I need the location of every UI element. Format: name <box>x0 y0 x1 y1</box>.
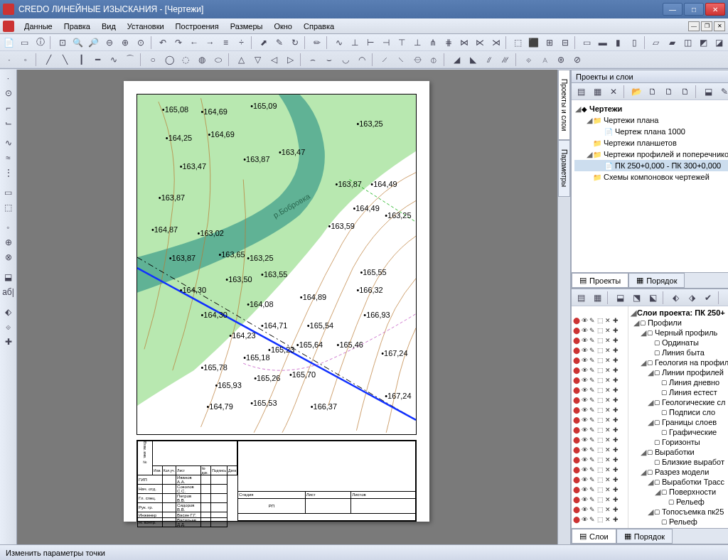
layer-flag[interactable]: ⬤ <box>573 316 580 325</box>
layer-flag[interactable]: 👁 <box>581 495 588 504</box>
layer-flag[interactable]: ✕ <box>604 356 611 365</box>
layer-flag[interactable]: ✎ <box>589 406 596 414</box>
layer-flag[interactable]: ⬤ <box>573 475 580 484</box>
layers-flags[interactable]: ⬤👁✎⬚✕✚⬤👁✎⬚✕✚⬤👁✎⬚✕✚⬤👁✎⬚✕✚⬤👁✎⬚✕✚⬤👁✎⬚✕✚⬤👁✎⬚… <box>572 306 628 528</box>
tool-━[interactable]: ━ <box>90 53 105 67</box>
layer-flag[interactable]: 👁 <box>581 346 588 355</box>
layer-flag[interactable]: ✚ <box>612 485 619 494</box>
layer-flag[interactable]: ⬚ <box>596 495 604 504</box>
tool-⬓[interactable]: ⬓ <box>612 291 628 305</box>
layer-flag[interactable]: ⬚ <box>596 376 604 384</box>
layer-flag[interactable]: 👁 <box>581 326 588 335</box>
ltool-⬓[interactable]: ⬓ <box>1 270 16 284</box>
layer-item[interactable]: ◢▢Геология на профиле <box>630 357 728 367</box>
tool-✕[interactable]: ✕ <box>606 85 621 99</box>
tool-▭[interactable]: ▭ <box>579 36 594 50</box>
layer-flag[interactable]: ✎ <box>589 515 596 524</box>
tool-⬭[interactable]: ⬭ <box>210 53 226 67</box>
mdi-restore[interactable]: ❐ <box>701 21 712 31</box>
mdi-close[interactable]: ✕ <box>714 21 725 31</box>
tool-⬛[interactable]: ⬛ <box>526 36 541 50</box>
tool-┃[interactable]: ┃ <box>73 53 89 67</box>
drawing-canvas[interactable]: р.Бобровка <box>17 70 557 544</box>
layer-flag[interactable]: 👁 <box>581 465 588 474</box>
layer-flag[interactable]: ✎ <box>589 426 596 434</box>
layer-item[interactable]: ◢▢Выработки <box>630 447 728 457</box>
tool-⬖[interactable]: ⬖ <box>668 291 683 305</box>
menu-установки[interactable]: Установки <box>122 21 170 32</box>
layer-flag[interactable]: ⬤ <box>573 495 580 504</box>
layer-flag[interactable]: ✚ <box>612 465 619 474</box>
ltool-аб|[interactable]: аб| <box>1 285 16 299</box>
layer-item[interactable]: ◢▢Геологические сл <box>630 397 728 407</box>
tree-item[interactable]: ◢◆Чертежи <box>574 103 728 114</box>
layer-flag[interactable]: 👁 <box>581 446 588 454</box>
layer-flag[interactable]: ⬤ <box>573 515 580 524</box>
maximize-button[interactable]: □ <box>684 3 704 16</box>
tool-▯[interactable]: ▯ <box>626 36 641 50</box>
layer-flag[interactable]: ✚ <box>612 396 619 404</box>
tool-⋔[interactable]: ⋔ <box>426 36 441 50</box>
layer-flag[interactable]: ✚ <box>612 386 619 394</box>
layer-flag[interactable]: ⬤ <box>573 346 580 355</box>
layer-flag[interactable]: ⬤ <box>573 376 580 384</box>
tree-item[interactable]: ◢📁Чертежи профилей и поперечников <box>574 149 728 160</box>
layer-flag[interactable]: ⬤ <box>573 446 580 454</box>
layer-flag[interactable]: ✕ <box>604 515 611 524</box>
tool-⬈[interactable]: ⬈ <box>256 36 271 50</box>
tool-≡[interactable]: ≡ <box>218 36 233 50</box>
layer-flag[interactable]: ✕ <box>604 316 611 325</box>
vtab-projects[interactable]: Проекты и слои <box>558 70 570 140</box>
layer-flag[interactable]: ⬤ <box>573 485 580 494</box>
layer-item[interactable]: ▢Рельеф <box>630 517 728 527</box>
minimize-button[interactable]: — <box>663 3 682 16</box>
layer-flag[interactable]: ⬚ <box>596 396 604 404</box>
layer-flag[interactable]: ⬤ <box>573 416 580 424</box>
layer-flag[interactable]: ✕ <box>604 376 611 384</box>
layer-flag[interactable]: ⬚ <box>596 406 604 414</box>
tool-╲[interactable]: ╲ <box>57 53 73 67</box>
ltool-⌐[interactable]: ⌐ <box>1 101 16 115</box>
tool-⟋[interactable]: ⟋ <box>377 53 392 67</box>
tool-🔎[interactable]: 🔎 <box>86 36 101 50</box>
layer-flag[interactable]: ⬚ <box>596 416 604 424</box>
ltool-≈[interactable]: ≈ <box>1 151 16 165</box>
layer-flag[interactable]: ✎ <box>589 326 596 335</box>
layer-item[interactable]: ▢Рельеф <box>630 497 728 507</box>
ltool-·[interactable]: · <box>1 71 16 85</box>
menu-окно[interactable]: Окно <box>268 21 298 32</box>
layer-flag[interactable]: ✕ <box>604 426 611 434</box>
tool-◡[interactable]: ◡ <box>338 53 353 67</box>
layer-flag[interactable]: ✚ <box>612 346 619 355</box>
tool-◌[interactable]: ◌ <box>178 53 193 67</box>
tool-⊛[interactable]: ⊛ <box>553 53 569 67</box>
layer-flag[interactable]: 👁 <box>581 386 588 394</box>
btab-order[interactable]: ▦Порядок <box>628 273 685 288</box>
layer-flag[interactable]: ✕ <box>604 485 611 494</box>
layer-flag[interactable]: ⬚ <box>596 316 604 325</box>
tool-⬚[interactable]: ⬚ <box>510 36 525 50</box>
layer-flag[interactable]: ✎ <box>589 386 596 394</box>
tool-△[interactable]: △ <box>233 53 249 67</box>
tool-⌒[interactable]: ⌒ <box>122 53 138 67</box>
tool-⌣[interactable]: ⌣ <box>321 53 337 67</box>
layer-flag[interactable]: ⬤ <box>573 436 580 444</box>
layer-flag[interactable]: ✎ <box>589 316 596 325</box>
tool-⊢[interactable]: ⊢ <box>363 36 378 50</box>
layer-flag[interactable]: ✕ <box>604 505 611 514</box>
ltool-⬖[interactable]: ⬖ <box>1 305 16 319</box>
tool-∿[interactable]: ∿ <box>331 36 346 50</box>
vtab-parameters[interactable]: Параметры <box>558 140 570 196</box>
layer-flag[interactable]: 👁 <box>581 416 588 424</box>
layer-flag[interactable]: 👁 <box>581 515 588 524</box>
layer-item[interactable]: ◢▢Поверхности <box>630 487 728 497</box>
tool-◍[interactable]: ◍ <box>194 53 210 67</box>
mdi-minimize[interactable]: — <box>688 21 700 31</box>
tool-⟍[interactable]: ⟍ <box>393 53 409 67</box>
ltool-⊙[interactable]: ⊙ <box>1 86 16 100</box>
tool-⊣[interactable]: ⊣ <box>378 36 393 50</box>
tool-▤[interactable]: ▤ <box>573 85 589 99</box>
layer-flag[interactable]: 👁 <box>581 505 588 514</box>
layer-flag[interactable]: ✚ <box>612 426 619 434</box>
layer-flag[interactable]: ⬤ <box>573 406 580 414</box>
